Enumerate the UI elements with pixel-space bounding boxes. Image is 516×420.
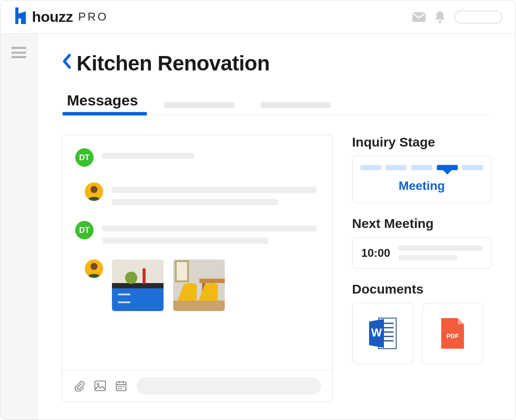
message-row: DT — [75, 148, 317, 167]
message-row: DT — [75, 221, 317, 244]
svg-rect-17 — [173, 301, 225, 311]
word-icon: W — [367, 316, 398, 350]
svg-rect-10 — [118, 301, 130, 303]
title-row: Kitchen Renovation — [62, 51, 492, 75]
svg-rect-12 — [143, 268, 146, 284]
menu-icon[interactable] — [11, 47, 26, 58]
stage-segment — [462, 165, 483, 170]
next-meeting-card[interactable]: 10:00 — [352, 237, 492, 269]
next-meeting-section: Next Meeting 10:00 — [352, 216, 492, 269]
topbar: houzz PRO — [0, 0, 516, 34]
composer — [62, 370, 332, 402]
stage-label: Meeting — [360, 179, 483, 193]
svg-rect-8 — [112, 288, 164, 311]
text-placeholder — [102, 225, 317, 231]
svg-rect-26 — [123, 386, 124, 387]
app-frame: houzz PRO Kitche — [0, 0, 516, 420]
text-placeholder — [398, 245, 483, 251]
svg-point-5 — [91, 263, 98, 270]
message-input[interactable] — [136, 377, 321, 395]
topbar-right — [412, 10, 502, 24]
avatar — [85, 259, 103, 278]
page-title: Kitchen Renovation — [77, 51, 270, 75]
inquiry-stage-card[interactable]: Meeting — [352, 156, 492, 203]
svg-rect-25 — [121, 386, 122, 387]
svg-rect-7 — [112, 283, 164, 288]
svg-rect-18 — [95, 381, 105, 391]
avatar — [85, 182, 103, 201]
meeting-detail — [398, 245, 483, 260]
account-pill[interactable] — [454, 10, 502, 24]
body: Kitchen Renovation Messages DT — [0, 34, 516, 420]
svg-rect-14 — [176, 261, 188, 281]
message-body — [112, 182, 317, 205]
image-icon[interactable] — [94, 381, 106, 391]
brand-suffix: PRO — [78, 10, 108, 24]
text-placeholder — [102, 153, 194, 159]
text-placeholder — [102, 238, 268, 244]
main: Kitchen Renovation Messages DT — [38, 34, 516, 420]
attachment-icon[interactable] — [73, 380, 85, 392]
svg-rect-0 — [412, 12, 425, 22]
pdf-icon: PDF — [439, 317, 466, 350]
meeting-time: 10:00 — [361, 246, 390, 260]
back-chevron-icon[interactable] — [62, 53, 71, 73]
content: DT — [38, 116, 516, 420]
tab-placeholder[interactable] — [164, 102, 234, 108]
svg-rect-9 — [118, 294, 130, 295]
svg-rect-27 — [118, 388, 119, 389]
svg-point-1 — [439, 21, 441, 23]
svg-text:W: W — [371, 326, 382, 339]
tabs: Messages — [62, 89, 492, 116]
svg-rect-15 — [199, 279, 225, 283]
text-placeholder — [112, 199, 278, 205]
svg-rect-28 — [121, 388, 122, 389]
svg-rect-24 — [118, 386, 119, 387]
section-title: Documents — [352, 282, 492, 297]
bell-icon[interactable] — [434, 10, 446, 24]
svg-point-11 — [125, 272, 137, 284]
stage-segment — [360, 165, 381, 170]
messages-panel: DT — [62, 135, 333, 402]
message-list: DT — [62, 135, 332, 370]
inquiry-stage-section: Inquiry Stage Meeting — [352, 135, 492, 203]
avatar: DT — [75, 221, 94, 239]
stage-segment — [411, 165, 432, 170]
brand-logo-icon — [14, 7, 28, 27]
image-attachment[interactable] — [112, 259, 164, 311]
attachment-thumbs — [112, 259, 225, 311]
document-word[interactable]: W — [352, 303, 413, 364]
brand: houzz PRO — [14, 7, 108, 27]
brand-word: houzz — [32, 8, 73, 25]
tab-placeholder[interactable] — [261, 102, 331, 108]
text-placeholder — [112, 187, 317, 193]
documents-row: W PDF — [352, 303, 492, 364]
message-body — [102, 148, 317, 159]
side-column: Inquiry Stage Meeting — [352, 135, 492, 402]
document-pdf[interactable]: PDF — [422, 303, 483, 364]
section-title: Inquiry Stage — [352, 135, 492, 150]
stage-segment — [386, 165, 407, 170]
calendar-icon[interactable] — [115, 380, 127, 392]
message-row — [75, 182, 317, 205]
message-row — [75, 259, 317, 311]
stage-segment-active — [437, 165, 458, 170]
tab-messages[interactable]: Messages — [67, 92, 138, 115]
mail-icon[interactable] — [412, 12, 425, 22]
svg-text:PDF: PDF — [446, 332, 459, 340]
documents-section: Documents — [352, 282, 492, 364]
svg-point-19 — [97, 383, 99, 385]
svg-point-3 — [91, 186, 98, 193]
left-sidebar — [0, 34, 38, 420]
stage-bar — [360, 165, 483, 170]
message-body — [102, 221, 317, 244]
page-header: Kitchen Renovation Messages — [38, 34, 516, 116]
avatar: DT — [75, 148, 94, 167]
svg-rect-6 — [112, 259, 164, 286]
image-attachment[interactable] — [173, 259, 225, 311]
text-placeholder — [398, 255, 457, 260]
section-title: Next Meeting — [352, 216, 492, 231]
